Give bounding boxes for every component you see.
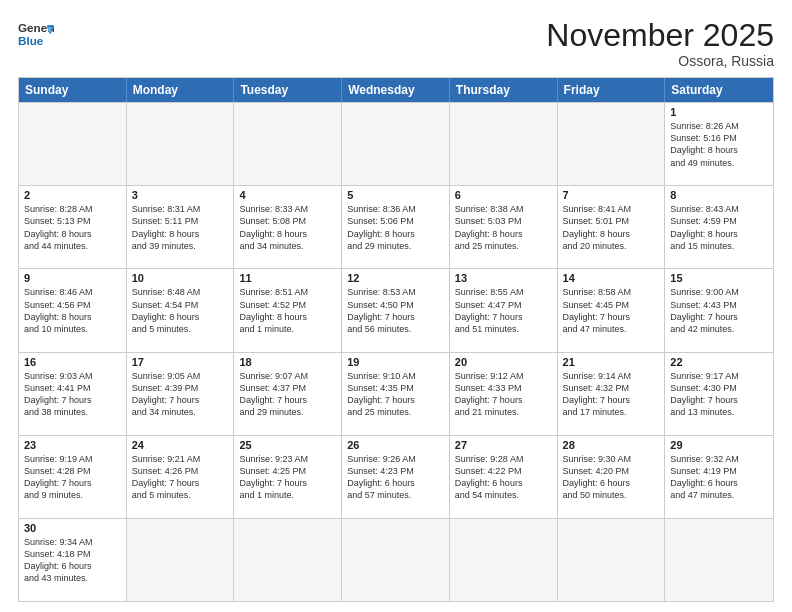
day-number: 16 (24, 356, 121, 368)
day-number: 29 (670, 439, 768, 451)
sun-info: Sunrise: 8:58 AM Sunset: 4:45 PM Dayligh… (563, 286, 660, 335)
svg-text:Blue: Blue (18, 34, 44, 47)
calendar-cell-7: 7Sunrise: 8:41 AM Sunset: 5:01 PM Daylig… (558, 186, 666, 268)
day-number: 8 (670, 189, 768, 201)
sun-info: Sunrise: 9:28 AM Sunset: 4:22 PM Dayligh… (455, 453, 552, 502)
sun-info: Sunrise: 9:03 AM Sunset: 4:41 PM Dayligh… (24, 370, 121, 419)
calendar-cell-6: 6Sunrise: 8:38 AM Sunset: 5:03 PM Daylig… (450, 186, 558, 268)
day-number: 12 (347, 272, 444, 284)
sun-info: Sunrise: 9:32 AM Sunset: 4:19 PM Dayligh… (670, 453, 768, 502)
day-number: 1 (670, 106, 768, 118)
weekday-header-wednesday: Wednesday (342, 78, 450, 102)
calendar-cell-8: 8Sunrise: 8:43 AM Sunset: 4:59 PM Daylig… (665, 186, 773, 268)
calendar-cell-empty (450, 103, 558, 185)
day-number: 7 (563, 189, 660, 201)
calendar-cell-28: 28Sunrise: 9:30 AM Sunset: 4:20 PM Dayli… (558, 436, 666, 518)
sun-info: Sunrise: 9:07 AM Sunset: 4:37 PM Dayligh… (239, 370, 336, 419)
calendar-cell-5: 5Sunrise: 8:36 AM Sunset: 5:06 PM Daylig… (342, 186, 450, 268)
day-number: 2 (24, 189, 121, 201)
calendar-cell-20: 20Sunrise: 9:12 AM Sunset: 4:33 PM Dayli… (450, 353, 558, 435)
title-block: November 2025 Ossora, Russia (546, 18, 774, 69)
sun-info: Sunrise: 8:41 AM Sunset: 5:01 PM Dayligh… (563, 203, 660, 252)
calendar-cell-22: 22Sunrise: 9:17 AM Sunset: 4:30 PM Dayli… (665, 353, 773, 435)
calendar-row-5: 30Sunrise: 9:34 AM Sunset: 4:18 PM Dayli… (19, 518, 773, 601)
calendar-cell-25: 25Sunrise: 9:23 AM Sunset: 4:25 PM Dayli… (234, 436, 342, 518)
sun-info: Sunrise: 9:05 AM Sunset: 4:39 PM Dayligh… (132, 370, 229, 419)
day-number: 25 (239, 439, 336, 451)
day-number: 6 (455, 189, 552, 201)
day-number: 10 (132, 272, 229, 284)
calendar-cell-empty (558, 103, 666, 185)
calendar-cell-empty (665, 519, 773, 601)
calendar-cell-2: 2Sunrise: 8:28 AM Sunset: 5:13 PM Daylig… (19, 186, 127, 268)
location: Ossora, Russia (546, 53, 774, 69)
sun-info: Sunrise: 9:23 AM Sunset: 4:25 PM Dayligh… (239, 453, 336, 502)
sun-info: Sunrise: 8:36 AM Sunset: 5:06 PM Dayligh… (347, 203, 444, 252)
calendar-row-1: 2Sunrise: 8:28 AM Sunset: 5:13 PM Daylig… (19, 185, 773, 268)
sun-info: Sunrise: 9:17 AM Sunset: 4:30 PM Dayligh… (670, 370, 768, 419)
calendar-row-2: 9Sunrise: 8:46 AM Sunset: 4:56 PM Daylig… (19, 268, 773, 351)
calendar-body: 1Sunrise: 8:26 AM Sunset: 5:16 PM Daylig… (19, 102, 773, 601)
calendar-cell-18: 18Sunrise: 9:07 AM Sunset: 4:37 PM Dayli… (234, 353, 342, 435)
day-number: 11 (239, 272, 336, 284)
sun-info: Sunrise: 9:21 AM Sunset: 4:26 PM Dayligh… (132, 453, 229, 502)
calendar-cell-empty (450, 519, 558, 601)
sun-info: Sunrise: 9:19 AM Sunset: 4:28 PM Dayligh… (24, 453, 121, 502)
calendar-cell-27: 27Sunrise: 9:28 AM Sunset: 4:22 PM Dayli… (450, 436, 558, 518)
sun-info: Sunrise: 8:53 AM Sunset: 4:50 PM Dayligh… (347, 286, 444, 335)
calendar-cell-21: 21Sunrise: 9:14 AM Sunset: 4:32 PM Dayli… (558, 353, 666, 435)
calendar-row-0: 1Sunrise: 8:26 AM Sunset: 5:16 PM Daylig… (19, 102, 773, 185)
calendar-cell-17: 17Sunrise: 9:05 AM Sunset: 4:39 PM Dayli… (127, 353, 235, 435)
calendar-row-3: 16Sunrise: 9:03 AM Sunset: 4:41 PM Dayli… (19, 352, 773, 435)
calendar-cell-3: 3Sunrise: 8:31 AM Sunset: 5:11 PM Daylig… (127, 186, 235, 268)
sun-info: Sunrise: 9:12 AM Sunset: 4:33 PM Dayligh… (455, 370, 552, 419)
month-title: November 2025 (546, 18, 774, 53)
calendar-cell-26: 26Sunrise: 9:26 AM Sunset: 4:23 PM Dayli… (342, 436, 450, 518)
calendar-cell-1: 1Sunrise: 8:26 AM Sunset: 5:16 PM Daylig… (665, 103, 773, 185)
day-number: 17 (132, 356, 229, 368)
calendar-cell-29: 29Sunrise: 9:32 AM Sunset: 4:19 PM Dayli… (665, 436, 773, 518)
calendar-cell-empty (342, 519, 450, 601)
calendar-cell-19: 19Sunrise: 9:10 AM Sunset: 4:35 PM Dayli… (342, 353, 450, 435)
day-number: 4 (239, 189, 336, 201)
day-number: 5 (347, 189, 444, 201)
sun-info: Sunrise: 8:38 AM Sunset: 5:03 PM Dayligh… (455, 203, 552, 252)
sun-info: Sunrise: 8:51 AM Sunset: 4:52 PM Dayligh… (239, 286, 336, 335)
sun-info: Sunrise: 9:30 AM Sunset: 4:20 PM Dayligh… (563, 453, 660, 502)
day-number: 15 (670, 272, 768, 284)
sun-info: Sunrise: 9:00 AM Sunset: 4:43 PM Dayligh… (670, 286, 768, 335)
weekday-header-monday: Monday (127, 78, 235, 102)
calendar-cell-empty (127, 103, 235, 185)
header: General Blue November 2025 Ossora, Russi… (18, 18, 774, 69)
calendar-cell-4: 4Sunrise: 8:33 AM Sunset: 5:08 PM Daylig… (234, 186, 342, 268)
logo: General Blue (18, 18, 54, 54)
weekday-header-friday: Friday (558, 78, 666, 102)
sun-info: Sunrise: 8:26 AM Sunset: 5:16 PM Dayligh… (670, 120, 768, 169)
calendar-cell-14: 14Sunrise: 8:58 AM Sunset: 4:45 PM Dayli… (558, 269, 666, 351)
day-number: 30 (24, 522, 121, 534)
sun-info: Sunrise: 8:31 AM Sunset: 5:11 PM Dayligh… (132, 203, 229, 252)
calendar-cell-13: 13Sunrise: 8:55 AM Sunset: 4:47 PM Dayli… (450, 269, 558, 351)
weekday-header-sunday: Sunday (19, 78, 127, 102)
calendar-cell-9: 9Sunrise: 8:46 AM Sunset: 4:56 PM Daylig… (19, 269, 127, 351)
sun-info: Sunrise: 9:10 AM Sunset: 4:35 PM Dayligh… (347, 370, 444, 419)
sun-info: Sunrise: 8:55 AM Sunset: 4:47 PM Dayligh… (455, 286, 552, 335)
calendar-cell-empty (342, 103, 450, 185)
day-number: 28 (563, 439, 660, 451)
day-number: 27 (455, 439, 552, 451)
day-number: 26 (347, 439, 444, 451)
calendar-header-row: SundayMondayTuesdayWednesdayThursdayFrid… (19, 78, 773, 102)
day-number: 24 (132, 439, 229, 451)
day-number: 13 (455, 272, 552, 284)
day-number: 21 (563, 356, 660, 368)
logo-icon: General Blue (18, 18, 54, 54)
calendar-cell-empty (127, 519, 235, 601)
sun-info: Sunrise: 8:48 AM Sunset: 4:54 PM Dayligh… (132, 286, 229, 335)
calendar-cell-23: 23Sunrise: 9:19 AM Sunset: 4:28 PM Dayli… (19, 436, 127, 518)
sun-info: Sunrise: 9:34 AM Sunset: 4:18 PM Dayligh… (24, 536, 121, 585)
calendar-cell-12: 12Sunrise: 8:53 AM Sunset: 4:50 PM Dayli… (342, 269, 450, 351)
day-number: 20 (455, 356, 552, 368)
calendar-cell-empty (19, 103, 127, 185)
day-number: 23 (24, 439, 121, 451)
calendar-row-4: 23Sunrise: 9:19 AM Sunset: 4:28 PM Dayli… (19, 435, 773, 518)
